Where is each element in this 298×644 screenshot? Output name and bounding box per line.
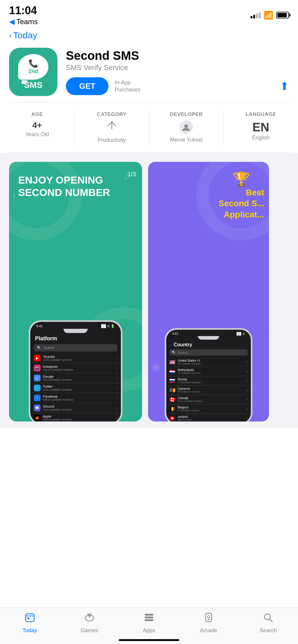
back-chevron-icon: ‹: [9, 30, 12, 40]
svg-rect-10: [145, 617, 153, 618]
back-button[interactable]: ‹ Today: [9, 30, 289, 40]
sc2-bg-icon: ◉: [151, 360, 160, 373]
country-flag: 🇳🇱: [169, 369, 175, 374]
platform-icon: G: [34, 375, 40, 381]
age-value: 4+: [32, 120, 42, 130]
country-list-item: 🇷🇺 Russia 12 available numbers ›: [166, 376, 251, 386]
tab-today[interactable]: Today: [0, 612, 60, 634]
info-developer[interactable]: DEVELOPER Merve Yuksel: [149, 108, 224, 146]
screenshot-2[interactable]: ◉ 🏆 BestSecond S...Applicat... 9:41 ▉: [148, 162, 269, 421]
arcade-icon: [203, 612, 214, 626]
sc2-phone-title: Country: [174, 342, 192, 348]
sc2-header: 🏆 BestSecond S...Applicat...: [219, 171, 264, 220]
in-app-purchases-label: In-AppPurchases: [115, 79, 140, 93]
platform-name: Google: [43, 375, 114, 378]
platform-icon: 🐦: [34, 385, 40, 391]
platform-icon: 💬: [34, 405, 40, 411]
country-flag: 🇺🇸: [169, 359, 175, 365]
status-icons: 📶: [251, 11, 289, 20]
platform-count: 10102 available numbers: [43, 368, 114, 371]
platform-name: Instagram: [43, 365, 114, 368]
country-name: United States +1: [178, 359, 245, 362]
phone-status: 9:41 ▉▉ ≋ 🔋: [30, 322, 121, 329]
status-time: 11:04: [9, 4, 38, 17]
tab-arcade[interactable]: Arcade: [179, 612, 238, 634]
sc1-headline-line1: ENJOY OPENING: [18, 174, 110, 186]
share-button[interactable]: ⬆: [280, 80, 289, 93]
app-header: 📞 2nd SMS Second SMS SMS Verify Service …: [0, 45, 298, 102]
country-chevron-icon: ›: [247, 360, 248, 364]
sc1-pagination: 1/3: [128, 171, 136, 178]
svg-rect-4: [26, 614, 34, 622]
back-app-label: Teams: [16, 18, 38, 26]
svg-point-3: [184, 124, 188, 128]
tab-apps[interactable]: Apps: [119, 612, 179, 634]
status-bar: 11:04 ◀ Teams 📶: [0, 0, 298, 28]
country-info: Netherlands 24 available numbers: [178, 368, 245, 374]
signal-icon: [251, 12, 261, 18]
sc1-notch: [63, 329, 88, 333]
country-info: Cameron 63 available numbers: [178, 387, 245, 393]
platform-list-item: f Facebook 63631 available numbers ›: [30, 393, 121, 403]
tab-games[interactable]: Games: [60, 612, 119, 634]
get-button[interactable]: GET: [66, 77, 109, 95]
back-arrow-small: ◀: [9, 18, 15, 26]
platform-chevron-icon: ›: [116, 416, 117, 420]
screenshot-1[interactable]: ♪ f 1/3 ENJOY OPENING SECOND NUMBER 9:41: [9, 162, 142, 421]
platform-list-item: G Google 2412 available numbers ›: [30, 373, 121, 383]
developer-avatar: [180, 120, 193, 134]
country-count: 10 available numbers: [178, 362, 245, 365]
sc1-headline: ENJOY OPENING SECOND NUMBER: [18, 174, 110, 199]
tab-today-label: Today: [23, 627, 37, 634]
platform-list-item: 💬 Discord 1231 available numbers ›: [30, 403, 121, 413]
country-count: 3 available numbers: [178, 409, 245, 412]
sc1-headline-line2: SECOND NUMBER: [18, 186, 110, 199]
country-flag: 🇧🇪: [169, 406, 175, 412]
platform-list-item: 🐦 Twitter 1201 available numbers ›: [30, 383, 121, 393]
country-name: zerland: [178, 415, 245, 418]
country-flag: 🇨🇦: [169, 397, 175, 402]
wifi-icon: 📶: [264, 11, 273, 20]
sc2-phone-time: 9:41: [172, 332, 178, 335]
country-chevron-icon: ›: [247, 379, 248, 383]
platform-count: 1234 available numbers: [43, 358, 114, 361]
tab-bar: Today Games Apps: [0, 607, 298, 644]
country-info: United States +1 10 available numbers: [178, 359, 245, 365]
country-chevron-icon: ›: [247, 370, 248, 373]
country-list-item: 🇧🇪 Belgium 3 available numbers ›: [166, 404, 251, 414]
svg-rect-9: [145, 614, 153, 616]
app-info: Second SMS SMS Verify Service GET In-App…: [66, 48, 289, 95]
back-nav: ‹ Today: [0, 28, 298, 45]
country-flag: 🇨🇲: [169, 387, 175, 393]
platform-chevron-icon: ›: [116, 396, 117, 400]
svg-rect-6: [28, 617, 29, 619]
phone-status-icons: ▉▉ ≋ 🔋: [101, 324, 115, 328]
battery-icon: [276, 12, 289, 18]
platform-info: Twitter 1201 available numbers: [43, 385, 114, 391]
info-category[interactable]: CATEGORY Productivity: [75, 108, 149, 146]
svg-line-17: [270, 619, 272, 622]
info-language[interactable]: LANGUAGE EN English: [224, 108, 298, 146]
tab-search[interactable]: Search: [238, 612, 298, 634]
sc2-headline: BestSecond S...Applicat...: [219, 187, 264, 220]
sc1-bg-icon-fb: f: [12, 192, 15, 205]
country-list-item: 🇨🇭 zerland able numbers ›: [166, 414, 251, 421]
sc2-search-bar: 🔍 Search: [169, 349, 248, 356]
platform-chevron-icon: ›: [116, 386, 117, 390]
sc2-search-icon: 🔍: [172, 351, 176, 354]
platform-icon: 📷: [34, 365, 40, 371]
app-icon: 📞 2nd SMS: [9, 48, 57, 96]
screenshots-scroll[interactable]: ♪ f 1/3 ENJOY OPENING SECOND NUMBER 9:41: [0, 159, 298, 425]
app-subtitle: SMS Verify Service: [66, 63, 289, 72]
platform-chevron-icon: ›: [116, 367, 117, 370]
language-value: EN: [252, 120, 269, 134]
category-label: CATEGORY: [97, 111, 126, 117]
svg-line-1: [108, 122, 112, 126]
country-list: 🇺🇸 United States +1 10 available numbers…: [166, 357, 251, 421]
tab-games-label: Games: [81, 627, 98, 634]
country-list-item: 🇨🇲 Cameron 63 available numbers ›: [166, 386, 251, 395]
tab-apps-label: Apps: [143, 627, 155, 634]
today-icon: [24, 612, 35, 626]
category-icon: [106, 120, 117, 134]
screenshots-section: ♪ f 1/3 ENJOY OPENING SECOND NUMBER 9:41: [0, 153, 298, 428]
